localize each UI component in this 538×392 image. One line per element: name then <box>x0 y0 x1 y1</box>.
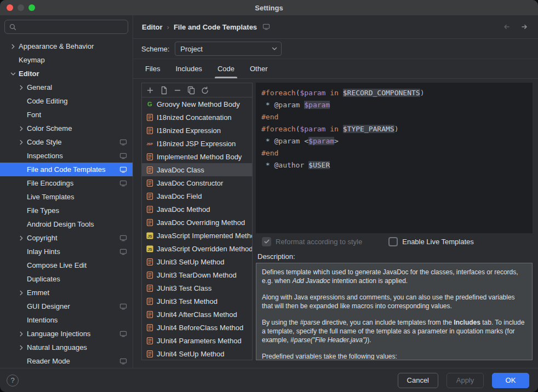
ok-button[interactable]: OK <box>492 373 529 388</box>
reset-template-button[interactable] <box>199 85 210 96</box>
description-box[interactable]: Defines template which used to generate … <box>256 263 533 360</box>
chevron-right-icon[interactable] <box>17 138 26 147</box>
search-icon <box>9 23 17 31</box>
chevron-right-icon[interactable] <box>17 343 26 352</box>
sidebar-item-inlay-hints[interactable]: Inlay Hints <box>0 245 133 258</box>
sidebar-item-font[interactable]: Font <box>0 108 133 122</box>
sidebar-item-code-style[interactable]: Code Style <box>0 135 133 149</box>
template-list-item[interactable]: JavaDoc Constructor <box>142 176 252 189</box>
enable-live-templates-checkbox[interactable]: Enable Live Templates <box>388 237 474 246</box>
chevron-right-icon[interactable] <box>17 289 26 297</box>
forward-arrow-icon[interactable] <box>520 22 529 31</box>
sidebar-item-editor[interactable]: Editor <box>0 67 133 80</box>
settings-main: Appearance & BehaviorKeymapEditorGeneral… <box>0 15 538 368</box>
tree-indent <box>17 247 26 256</box>
sidebar-item-duplicates[interactable]: Duplicates <box>0 272 133 286</box>
breadcrumb-editor[interactable]: Editor <box>142 23 163 31</box>
template-list-item[interactable]: JSJavaScript Overridden Method Body <box>142 242 252 255</box>
sidebar-item-intentions[interactable]: Intentions <box>0 313 133 327</box>
tab-includes[interactable]: Includes <box>168 59 209 78</box>
sidebar-item-appearance-behavior[interactable]: Appearance & Behavior <box>0 39 133 53</box>
description-label: Description: <box>256 250 533 263</box>
template-icon <box>145 179 154 187</box>
sidebar-item-label: File Encodings <box>27 179 73 187</box>
apply-button: Apply <box>447 373 484 388</box>
template-list-item[interactable]: JavaDoc Field <box>142 189 252 203</box>
close-window-button[interactable] <box>7 4 13 11</box>
window-title: Settings <box>255 4 283 12</box>
tab-code[interactable]: Code <box>210 59 242 78</box>
svg-text:G: G <box>147 101 152 107</box>
duplicate-template-button[interactable] <box>186 85 197 96</box>
sidebar-item-file-encodings[interactable]: File Encodings <box>0 176 133 190</box>
template-icon <box>145 271 154 279</box>
chevron-right-icon[interactable] <box>17 330 26 338</box>
template-list-item[interactable]: I18nized Concatenation <box>142 111 252 124</box>
add-template-button[interactable] <box>145 85 156 96</box>
template-list-item[interactable]: GGroovy New Method Body <box>142 97 252 111</box>
description-paragraph: Along with Java expressions and comments… <box>262 293 526 310</box>
help-button[interactable]: ? <box>7 374 19 387</box>
tree-indent <box>9 56 18 65</box>
sidebar-item-inspections[interactable]: Inspections <box>0 149 133 163</box>
remove-template-button[interactable] <box>172 85 183 96</box>
chevron-right-icon[interactable] <box>9 42 18 51</box>
sidebar-item-copyright[interactable]: Copyright <box>0 231 133 245</box>
back-arrow-icon[interactable] <box>502 22 511 31</box>
zoom-window-button[interactable] <box>28 4 35 11</box>
tab-other[interactable]: Other <box>242 59 276 78</box>
sidebar-item-reader-mode[interactable]: Reader Mode <box>0 354 133 368</box>
description-paragraph: Predefined variables take the following … <box>262 352 526 360</box>
template-list-item[interactable]: JUnit3 Test Method <box>142 295 252 308</box>
search-input[interactable] <box>20 23 124 31</box>
tab-files[interactable]: Files <box>138 59 168 78</box>
chevron-down-icon[interactable] <box>9 70 18 78</box>
template-icon <box>145 192 154 200</box>
sidebar-item-gui-designer[interactable]: GUI Designer <box>0 299 133 313</box>
chevron-right-icon[interactable] <box>17 124 26 133</box>
cancel-button[interactable]: Cancel <box>398 373 438 388</box>
scheme-row: Scheme: Project <box>133 39 538 59</box>
sidebar-item-compose-live-edit[interactable]: Compose Live Edit <box>0 258 133 272</box>
template-list-item[interactable]: JSJavaScript Implemented Method Body <box>142 229 252 242</box>
sidebar-item-live-templates[interactable]: Live Templates <box>0 190 133 204</box>
template-list-item[interactable]: JavaDoc Method <box>142 203 252 216</box>
sidebar-item-label: File and Code Templates <box>27 165 106 174</box>
checkbox-unchecked-icon[interactable] <box>388 237 398 246</box>
sidebar-item-emmet[interactable]: Emmet <box>0 286 133 299</box>
sidebar-item-file-types[interactable]: File Types <box>0 204 133 217</box>
sidebar-item-natural-languages[interactable]: Natural Languages <box>0 341 133 354</box>
sidebar-item-file-and-code-templates[interactable]: File and Code Templates <box>0 163 133 176</box>
template-icon <box>145 297 154 305</box>
chevron-right-icon[interactable] <box>17 83 26 92</box>
template-list-item[interactable]: JUnit4 AfterClass Method <box>142 308 252 321</box>
template-list-item[interactable]: JavaDoc Overriding Method <box>142 216 252 229</box>
sidebar-item-color-scheme[interactable]: Color Scheme <box>0 122 133 135</box>
sidebar-item-code-editing[interactable]: Code Editing <box>0 94 133 108</box>
template-name: JavaScript Overridden Method Body <box>157 245 252 253</box>
template-list-item[interactable]: JUnit3 SetUp Method <box>142 255 252 268</box>
template-list-item[interactable]: JUnit3 Test Class <box>142 281 252 295</box>
template-icon <box>145 153 154 161</box>
sidebar-item-language-injections[interactable]: Language Injections <box>0 327 133 341</box>
chevron-right-icon[interactable] <box>17 234 26 243</box>
template-list-item[interactable]: Implemented Method Body <box>142 150 252 163</box>
template-list-item[interactable]: JUnit4 BeforeClass Method <box>142 321 252 334</box>
template-list-item[interactable]: JUnit4 SetUp Method <box>142 347 252 360</box>
template-list-item[interactable]: JavaDoc Class <box>142 163 252 176</box>
sidebar-item-android-design-tools[interactable]: Android Design Tools <box>0 217 133 231</box>
template-code-editor[interactable]: #foreach($param in $RECORD_COMPONENTS) *… <box>256 83 533 233</box>
sidebar-item-label: Compose Live Edit <box>27 261 87 269</box>
scheme-select[interactable]: Project <box>175 42 282 56</box>
template-list-item[interactable]: JUnit3 TearDown Method <box>142 268 252 281</box>
sidebar-item-label: Editor <box>19 70 39 78</box>
sidebar-item-label: Natural Languages <box>27 343 87 351</box>
code-line: * @author $USER <box>261 159 527 171</box>
create-child-template-button[interactable] <box>158 85 169 96</box>
sidebar-item-keymap[interactable]: Keymap <box>0 53 133 67</box>
template-list-item[interactable]: I18nized Expression <box>142 124 252 137</box>
template-list-item[interactable]: JUnit4 Parameters Method <box>142 334 252 347</box>
template-list-item[interactable]: JSPI18nized JSP Expression <box>142 137 252 150</box>
settings-search[interactable] <box>4 20 128 34</box>
sidebar-item-general[interactable]: General <box>0 80 133 94</box>
